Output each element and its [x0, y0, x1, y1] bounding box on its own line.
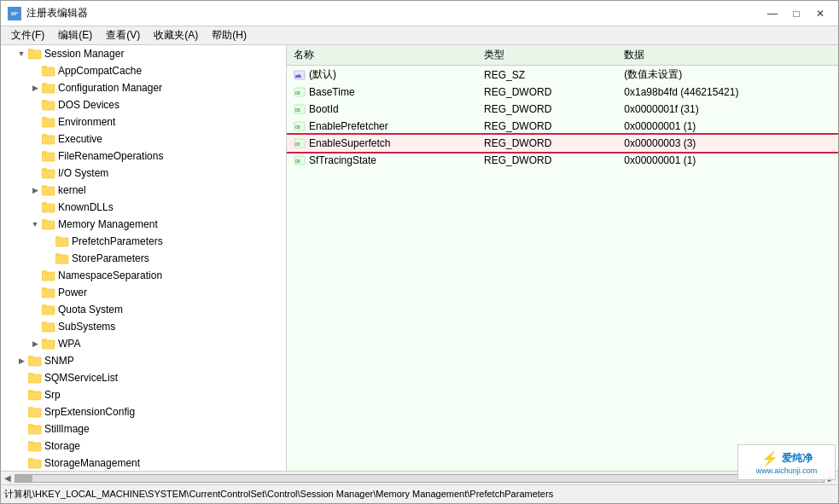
tree-item-filerename[interactable]: FileRenameOperations [1, 148, 286, 165]
col-data: 数据 [617, 45, 838, 66]
expander-config-manager[interactable]: ▶ [28, 81, 42, 95]
folder-icon [42, 304, 55, 316]
app-icon [8, 7, 21, 20]
folder-icon [42, 269, 55, 281]
folder-icon [42, 65, 55, 77]
folder-icon [28, 48, 42, 60]
status-bar: 计算机\HKEY_LOCAL_MACHINE\SYSTEM\CurrentCon… [1, 484, 838, 503]
folder-icon [28, 372, 42, 384]
svg-text:00: 00 [295, 125, 300, 130]
tree-item-storage[interactable]: Storage [1, 437, 286, 455]
menu-favorites[interactable]: 收藏夹(A) [147, 26, 205, 44]
folder-icon [42, 201, 55, 213]
right-panel[interactable]: 名称 类型 数据 ab [287, 45, 838, 471]
expander-wpa[interactable]: ▶ [28, 337, 42, 350]
tree-item-still-image[interactable]: StillImage [1, 420, 286, 437]
expander-appcompat [28, 64, 42, 78]
tree-item-storage-mgmt[interactable]: StorageManagement [1, 455, 286, 471]
expander-snmp[interactable]: ▶ [15, 354, 28, 368]
tree-label-store-params: StoreParameters [72, 252, 149, 264]
tree-item-environment[interactable]: Environment [1, 113, 286, 130]
tree-item-dos-devices[interactable]: DOS Devices [1, 96, 286, 113]
tree-item-power[interactable]: Power [1, 284, 286, 301]
menu-edit[interactable]: 编辑(E) [51, 26, 99, 44]
tree-label-sqm: SQMServiceList [44, 372, 118, 384]
expander-kernel[interactable]: ▶ [28, 183, 42, 197]
tree-item-kernel[interactable]: ▶ kernel [1, 182, 286, 199]
tree-item-config-manager[interactable]: ▶ Configuration Manager [1, 79, 286, 96]
tree-item-io-system[interactable]: I/O System [1, 165, 286, 182]
watermark-url: www.aichunji.com [756, 466, 818, 475]
close-button[interactable]: ✕ [809, 5, 831, 22]
tree-label-kernel: kernel [58, 184, 86, 196]
tree-item-appcompat[interactable]: AppCompatCache [1, 62, 286, 79]
expander-memory-mgmt[interactable]: ▼ [28, 217, 42, 231]
tree-label-snmp: SNMP [44, 355, 74, 367]
table-row[interactable]: 00 SfTracingState REG_DWORD 0x00000001 (… [287, 152, 838, 169]
tree-item-subsystems[interactable]: SubSystems [1, 318, 286, 335]
col-name: 名称 [287, 45, 477, 66]
table-row-enablesuperfetch[interactable]: 00 EnableSuperfetch REG_DWORD 0x00000003… [287, 135, 838, 152]
expander-session-manager[interactable]: ▼ [15, 47, 28, 61]
tree-item-store-params[interactable]: StoreParameters [1, 250, 286, 267]
tree-label-still-image: StillImage [44, 423, 90, 435]
tree-label-config-manager: Configuration Manager [58, 82, 162, 94]
tree-item-srp[interactable]: Srp [1, 386, 286, 403]
menu-view[interactable]: 查看(V) [99, 26, 147, 44]
tree-label-wpa: WPA [58, 338, 80, 350]
tree-item-prefetch-params[interactable]: PrefetchParameters [1, 233, 286, 250]
tree-label-subsystems: SubSystems [58, 321, 115, 333]
table-row[interactable]: ab (默认) REG_SZ (数值未设置) [287, 66, 838, 84]
tree-label-io-system: I/O System [58, 167, 108, 179]
tree-panel[interactable]: ▼ Session Manager AppCompa [1, 45, 287, 471]
horizontal-scrollbar[interactable]: ◀ ▶ [1, 471, 838, 484]
tree-label-knowndlls: KnownDLLs [58, 201, 114, 213]
dword-icon: 00 [294, 120, 306, 132]
tree-label-filerename: FileRenameOperations [58, 150, 163, 162]
tree-label-appcompat: AppCompatCache [58, 65, 142, 77]
tree-item-executive[interactable]: Executive [1, 130, 286, 148]
menu-bar: 文件(F) 编辑(E) 查看(V) 收藏夹(A) 帮助(H) [1, 26, 838, 45]
maximize-button[interactable]: □ [785, 5, 807, 22]
folder-icon [28, 457, 42, 469]
tree-label-storage: Storage [44, 440, 80, 452]
tree-label-storage-mgmt: StorageManagement [44, 457, 140, 469]
tree-item-session-manager[interactable]: ▼ Session Manager [1, 45, 286, 62]
tree-item-srp-ext[interactable]: SrpExtensionConfig [1, 403, 286, 420]
tree-label-power: Power [58, 287, 87, 298]
folder-icon [28, 440, 42, 452]
folder-icon [42, 116, 55, 128]
folder-icon [55, 252, 69, 264]
tree-item-quota-system[interactable]: Quota System [1, 301, 286, 318]
menu-file[interactable]: 文件(F) [4, 26, 51, 44]
tree-label-executive: Executive [58, 133, 102, 145]
tree-item-knowndlls[interactable]: KnownDLLs [1, 199, 286, 216]
folder-icon [28, 406, 42, 418]
tree-item-memory-mgmt[interactable]: ▼ Memory Management [1, 216, 286, 233]
table-row[interactable]: 00 BaseTime REG_DWORD 0x1a98b4fd (446215… [287, 84, 838, 101]
watermark: ⚡ 爱纯净 www.aichunji.com [737, 444, 836, 480]
tree-label-memory-mgmt: Memory Management [58, 218, 158, 230]
window-title: 注册表编辑器 [26, 6, 88, 20]
folder-icon [42, 150, 55, 162]
tree-label-prefetch-params: PrefetchParameters [72, 235, 163, 247]
title-bar-left: 注册表编辑器 [8, 6, 88, 20]
folder-icon [42, 82, 55, 94]
folder-icon [42, 167, 55, 179]
dword-icon: 00 [294, 137, 306, 149]
folder-icon [28, 389, 42, 401]
tree-item-namespace-sep[interactable]: NamespaceSeparation [1, 267, 286, 284]
dword-icon: 00 [294, 154, 306, 166]
tree-item-snmp[interactable]: ▶ SNMP [1, 352, 286, 369]
col-type: 类型 [477, 45, 617, 66]
table-row[interactable]: 00 EnablePrefetcher REG_DWORD 0x00000001… [287, 118, 838, 135]
tree-label-session-manager: Session Manager [44, 48, 124, 60]
registry-editor-window: 注册表编辑器 — □ ✕ 文件(F) 编辑(E) 查看(V) 收藏夹(A) 帮助… [0, 0, 839, 504]
tree-item-wpa[interactable]: ▶ WPA [1, 335, 286, 352]
minimize-button[interactable]: — [761, 5, 784, 22]
folder-icon [42, 321, 55, 333]
dword-icon: 00 [294, 103, 306, 115]
table-row[interactable]: 00 BootId REG_DWORD 0x0000001f (31) [287, 101, 838, 118]
menu-help[interactable]: 帮助(H) [205, 26, 253, 44]
tree-item-sqm[interactable]: SQMServiceList [1, 369, 286, 386]
